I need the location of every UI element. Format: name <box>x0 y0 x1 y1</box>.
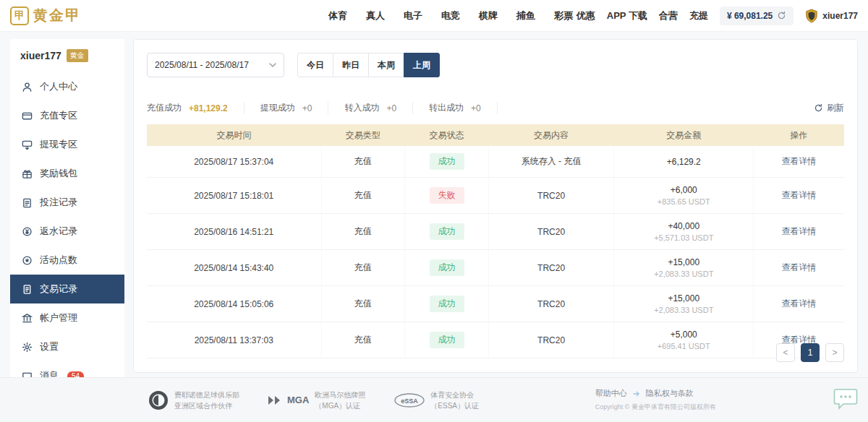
amount-usdt: +835.65 USDT <box>620 197 747 206</box>
nav-esports[interactable]: 电竞 <box>441 9 460 22</box>
brand-name: 黄金甲 <box>33 6 81 25</box>
view-details-link[interactable]: 查看详情 <box>782 262 817 272</box>
balance-display[interactable]: ¥ 69,081.25 <box>720 7 793 25</box>
sidebar-item-withdraw-zone[interactable]: 提现专区 <box>10 130 124 159</box>
sidebar-item-messages[interactable]: 消息 54 <box>10 361 124 377</box>
refresh-balance-icon[interactable] <box>777 11 786 20</box>
cell-time: 2025/08/11 13:37:03 <box>147 322 321 358</box>
deposit-withdraw-link[interactable]: 充提 <box>689 9 708 22</box>
tab-this-week[interactable]: 本周 <box>368 53 404 77</box>
sidebar-item-transaction-records[interactable]: 交易记录 <box>10 275 124 303</box>
page-1-button[interactable]: 1 <box>801 343 820 362</box>
essa-line2: （ESSA）认证 <box>430 400 479 411</box>
bet-record-icon <box>22 197 33 208</box>
cell-content: TRC20 <box>488 214 614 250</box>
cell-content: 系统存入 - 充值 <box>488 146 614 178</box>
cell-action: 查看详情 <box>754 286 844 322</box>
status-badge: 成功 <box>430 332 464 348</box>
amount-usdt: +2,083.33 USDT <box>620 270 747 278</box>
view-details-link[interactable]: 查看详情 <box>782 226 817 236</box>
sidebar-item-deposit-zone[interactable]: 充值专区 <box>10 101 124 130</box>
view-details-link[interactable]: 查看详情 <box>782 156 817 166</box>
cell-action: 查看详情 <box>754 250 844 286</box>
date-range-picker[interactable]: 2025/08/11 - 2025/08/17 <box>147 53 284 77</box>
prev-page-button[interactable]: < <box>776 343 795 362</box>
brand-logo[interactable]: 甲 黄金甲 <box>10 6 162 25</box>
gear-icon <box>22 342 33 353</box>
cell-amount: +15,000+2,083.33 USDT <box>614 250 754 286</box>
refresh-icon <box>814 103 823 113</box>
period-tabs: 今日 昨日 本周 上周 <box>297 53 440 77</box>
table-row: 2025/08/14 15:43:40 充值 成功 TRC20 +15,000+… <box>147 250 844 286</box>
footer: 费耶诺德足球俱乐部 亚洲区域合作伙伴 MGA 欧洲马尔他牌照 （MGA）认证 e… <box>0 377 868 422</box>
col-time: 交易时间 <box>147 124 321 146</box>
tab-last-week[interactable]: 上周 <box>404 53 440 77</box>
view-details-link[interactable]: 查看详情 <box>782 298 817 309</box>
refresh-button[interactable]: 刷新 <box>814 102 844 114</box>
nav-sports[interactable]: 体育 <box>328 9 347 22</box>
summary-row: 充值成功 +81,129.2 提现成功 +0 转入成功 +0 转出成功 +0 <box>147 102 844 114</box>
sidebar-item-account-management[interactable]: 帐户管理 <box>10 303 124 332</box>
view-details-link[interactable]: 查看详情 <box>782 190 817 200</box>
amount-usdt: +2,083.33 USDT <box>620 306 747 314</box>
status-badge: 成功 <box>430 153 464 170</box>
deposit-icon <box>22 111 33 121</box>
transaction-icon <box>22 284 33 295</box>
message-icon <box>22 371 33 378</box>
sidebar-item-settings[interactable]: 设置 <box>10 332 124 361</box>
sidebar-item-label: 消息 <box>40 369 59 377</box>
sidebar-item-reward-wallet[interactable]: 奖励钱包 <box>10 159 124 188</box>
transactions-card: 2025/08/11 - 2025/08/17 今日 昨日 本周 上周 充值成功… <box>133 39 858 373</box>
copyright-text: Copyright © 黄金甲体育有限公司版权所有 <box>595 402 716 412</box>
user-menu[interactable]: xiuer177 <box>805 9 858 23</box>
summary-value: +0 <box>386 103 396 113</box>
sidebar-item-label: 帐户管理 <box>40 311 77 324</box>
vip-level-badge: 黄金 <box>67 49 88 62</box>
customer-service-chat-button[interactable] <box>833 387 858 413</box>
status-badge: 成功 <box>430 223 464 240</box>
affiliate-link[interactable]: 合营 <box>659 9 678 22</box>
cell-action: 查看详情 <box>754 146 844 178</box>
next-page-button[interactable]: > <box>825 343 844 362</box>
help-center-link[interactable]: 帮助中心 <box>595 388 627 399</box>
svg-text:eSSA: eSSA <box>401 397 419 404</box>
amount-value: +6,000 <box>620 185 747 195</box>
header-username: xiuer177 <box>822 11 858 21</box>
sidebar-item-bet-records[interactable]: 投注记录 <box>10 188 124 217</box>
withdraw-icon <box>22 139 33 150</box>
bank-icon <box>22 313 33 324</box>
sidebar-item-personal-center[interactable]: 个人中心 <box>10 72 124 101</box>
mga-line2: （MGA）认证 <box>315 400 365 411</box>
summary-label: 充值成功 <box>147 102 182 114</box>
amount-value: +5,000 <box>620 330 747 340</box>
col-amount: 交易金额 <box>614 124 754 146</box>
sidebar: xiuer177 黄金 个人中心 充值专区 提现专区 奖励钱包 投注记录 <box>10 39 124 377</box>
nav-lottery[interactable]: 彩票 <box>554 9 573 22</box>
cell-type: 充值 <box>321 214 405 250</box>
cell-status: 成功 <box>405 286 489 322</box>
privacy-terms-link[interactable]: 隐私权与条款 <box>646 388 694 399</box>
table-row: 2025/08/14 15:05:06 充值 成功 TRC20 +15,000+… <box>147 286 844 322</box>
tab-today[interactable]: 今日 <box>297 53 333 77</box>
nav-live[interactable]: 真人 <box>366 9 385 22</box>
tab-yesterday[interactable]: 昨日 <box>333 53 369 77</box>
nav-slots[interactable]: 电子 <box>404 9 422 22</box>
nav-cards[interactable]: 棋牌 <box>479 9 498 22</box>
mga-logo-icon <box>268 396 280 405</box>
col-type: 交易类型 <box>321 124 405 146</box>
nav-fishing[interactable]: 捕鱼 <box>516 9 535 22</box>
sidebar-item-label: 设置 <box>40 340 59 353</box>
sidebar-item-activity-points[interactable]: 活动点数 <box>10 246 124 275</box>
cell-type: 充值 <box>321 286 405 322</box>
user-icon <box>22 82 33 92</box>
partner-line1: 费耶诺德足球俱乐部 <box>174 389 239 400</box>
partner-line2: 亚洲区域合作伙伴 <box>174 400 239 411</box>
col-content: 交易内容 <box>488 124 614 146</box>
sidebar-item-rebate-records[interactable]: 返水记录 <box>10 217 124 246</box>
promos-link[interactable]: 优惠 <box>576 9 595 22</box>
status-badge: 成功 <box>430 259 464 276</box>
summary-deposit-success: 充值成功 +81,129.2 <box>147 102 244 114</box>
app-download-link[interactable]: APP 下载 <box>607 9 647 22</box>
footer-right: 帮助中心 隐私权与条款 Copyright © 黄金甲体育有限公司版权所有 <box>595 388 716 412</box>
amount-value: +15,000 <box>620 293 747 303</box>
